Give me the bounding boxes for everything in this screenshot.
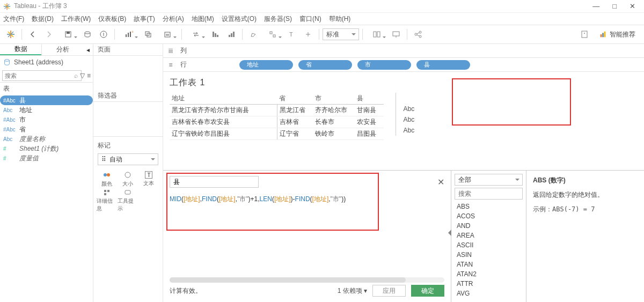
svg-point-10 — [85, 32, 90, 34]
mark-text[interactable]: T文本 — [138, 168, 159, 190]
fn-category-select[interactable]: 全部 — [455, 174, 523, 186]
new-data-button[interactable] — [80, 27, 95, 42]
fix-axes-button[interactable] — [301, 27, 316, 42]
apply-button[interactable]: 应用 — [372, 285, 406, 297]
mark-detail[interactable]: 详细信息 — [97, 190, 118, 211]
menu-help[interactable]: 帮助(H) — [329, 14, 351, 24]
fn-list-item[interactable]: AREA — [455, 231, 523, 240]
back-button[interactable] — [25, 27, 40, 42]
fn-list-item[interactable]: BUFFER — [455, 298, 523, 299]
menu-worksheet[interactable]: 工作表(W) — [61, 14, 91, 24]
fn-list-item[interactable]: ATAN — [455, 260, 523, 269]
tableau-logo-icon[interactable] — [3, 27, 18, 42]
menu-dashboard[interactable]: 仪表板(B) — [98, 14, 126, 24]
show-me-button[interactable]: 智能推荐 — [599, 30, 635, 39]
svg-rect-43 — [104, 190, 106, 192]
row-pill[interactable]: 县 — [416, 60, 470, 70]
mark-color[interactable]: 颜色 — [97, 168, 118, 190]
column-header[interactable]: 市 — [313, 93, 355, 105]
forward-button[interactable] — [41, 27, 56, 42]
column-header[interactable]: 地址 — [170, 93, 277, 105]
fn-list-item[interactable]: ATTR — [455, 279, 523, 289]
swap-button[interactable] — [185, 27, 207, 42]
group-button[interactable] — [262, 27, 283, 42]
fn-list-item[interactable]: AND — [455, 221, 523, 231]
field-item[interactable]: Abc地址 — [0, 105, 93, 115]
new-sheet-button[interactable]: + — [118, 27, 140, 42]
save-button[interactable] — [57, 27, 79, 42]
svg-rect-20 — [215, 33, 216, 37]
row-pill[interactable]: 省 — [298, 60, 352, 70]
row-pill[interactable]: 地址 — [239, 60, 293, 70]
fn-list-item[interactable]: ASIN — [455, 250, 523, 260]
collapse-fn-list-icon[interactable] — [445, 230, 451, 236]
close-calc-button[interactable]: ✕ — [437, 177, 444, 187]
presentation-button[interactable] — [389, 27, 404, 42]
fn-list-item[interactable]: ATAN2 — [455, 269, 523, 279]
close-window-button[interactable]: ✕ — [630, 2, 635, 10]
sort-desc-button[interactable] — [224, 27, 239, 42]
svg-point-40 — [104, 173, 107, 176]
fn-list-item[interactable]: AVG — [455, 289, 523, 298]
maximize-button[interactable]: □ — [612, 2, 617, 10]
column-header[interactable]: 省 — [277, 93, 313, 105]
menu-format[interactable]: 设置格式(O) — [222, 14, 257, 24]
menu-map[interactable]: 地图(M) — [192, 14, 214, 24]
field-item[interactable]: #度量值 — [0, 153, 93, 163]
menu-data[interactable]: 数据(D) — [32, 14, 54, 24]
menu-story[interactable]: 故事(T) — [134, 14, 155, 24]
fn-list-item[interactable]: ASCII — [455, 240, 523, 250]
view-fields-icon[interactable]: ≡ — [87, 71, 91, 80]
data-source[interactable]: Sheet1 (address) — [0, 56, 93, 69]
fn-list-item[interactable]: ACOS — [455, 211, 523, 221]
fn-list-item[interactable]: ABS — [455, 202, 523, 211]
fit-select[interactable]: 标准 — [323, 28, 359, 40]
filter-icon[interactable]: ▽ — [80, 71, 85, 80]
tab-analytics[interactable]: 分析 — [41, 44, 83, 55]
mark-tooltip[interactable]: 工具提示 — [118, 190, 138, 211]
show-cards-button[interactable] — [366, 27, 387, 42]
pages-shelf[interactable]: 页面 — [93, 44, 163, 56]
fn-search-input[interactable] — [455, 188, 523, 200]
ok-button[interactable]: 确定 — [411, 285, 444, 297]
calc-name-input[interactable] — [170, 176, 259, 188]
field-item[interactable]: #Abc省 — [0, 124, 93, 134]
mark-column: Abc Abc Abc — [396, 93, 422, 136]
filters-shelf[interactable]: 筛选器 — [93, 90, 163, 102]
scrollbar[interactable] — [170, 277, 444, 283]
data-table: 地址省市县 黑龙江省齐齐哈尔市甘南县黑龙江省齐齐哈尔市甘南县吉林省长春市农安县吉… — [170, 93, 384, 140]
mark-size[interactable]: 大小 — [118, 168, 138, 190]
minimize-button[interactable]: — — [592, 2, 599, 10]
fn-example: 示例：ABS(-7) = 7 — [533, 205, 638, 214]
sort-asc-button[interactable] — [208, 27, 223, 42]
clear-button[interactable] — [157, 27, 178, 42]
sheet-title[interactable]: 工作表 1 — [170, 77, 638, 89]
field-item[interactable]: Abc度量名称 — [0, 134, 93, 144]
field-item[interactable]: #Sheet1 (计数) — [0, 144, 93, 153]
tab-data[interactable]: 数据 — [0, 44, 41, 55]
svg-rect-29 — [377, 32, 380, 37]
columns-shelf[interactable]: iii 列 — [163, 44, 644, 58]
row-pill[interactable]: 市 — [357, 60, 411, 70]
search-input[interactable] — [2, 70, 82, 81]
field-item[interactable]: #Abc市 — [0, 115, 93, 124]
svg-rect-30 — [393, 32, 399, 36]
column-header[interactable]: 县 — [355, 93, 384, 105]
rows-shelf[interactable]: ≡ 行 地址 省 市 县 — [163, 58, 644, 72]
menu-file[interactable]: 文件(F) — [3, 14, 24, 24]
mark-type-select[interactable]: ⠿自动 — [98, 153, 158, 165]
share-button[interactable] — [411, 27, 426, 42]
menu-analysis[interactable]: 分析(A) — [163, 14, 184, 24]
menu-server[interactable]: 服务器(S) — [264, 14, 292, 24]
dependencies-button[interactable]: 1 依赖项 ▾ — [338, 286, 367, 296]
collapse-left-icon[interactable]: ◂ — [83, 44, 93, 55]
duplicate-button[interactable] — [141, 27, 156, 42]
formula-text[interactable]: MID([地址],FIND([地址],"市")+1,LEN([地址])-FIND… — [170, 194, 444, 204]
guide-button[interactable] — [577, 27, 592, 42]
menu-window[interactable]: 窗口(N) — [299, 14, 321, 24]
svg-point-33 — [419, 35, 421, 38]
pause-button[interactable] — [96, 27, 111, 42]
field-item[interactable]: #Abc县 — [0, 95, 93, 105]
show-labels-button[interactable]: T — [284, 27, 299, 42]
highlight-button[interactable] — [246, 27, 261, 42]
